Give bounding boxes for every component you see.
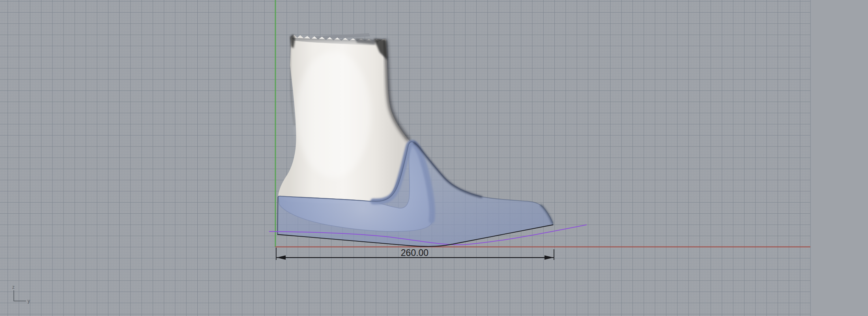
- axis-gizmo-y-label: y: [28, 298, 30, 304]
- shell-heel-edge: [278, 197, 278, 234]
- axis-gizmo-z-label: z: [12, 284, 15, 290]
- dimension-value-label: 260.00: [401, 248, 428, 258]
- viewport-canvas[interactable]: 260.00 z y: [0, 0, 868, 316]
- last-highlight: [296, 51, 371, 178]
- cad-viewport[interactable]: 260.00 z y: [0, 0, 868, 316]
